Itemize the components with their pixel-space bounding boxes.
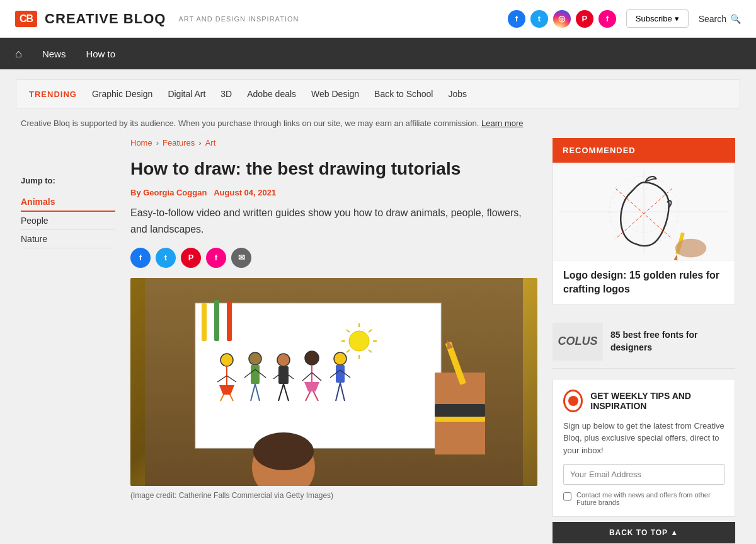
newsletter-checkbox-label: Contact me with news and offers from oth… [576,491,724,506]
article-meta: By Georgia Coggan August 04, 2021 [130,188,537,197]
breadcrumb-art[interactable]: Art [205,138,216,148]
subscribe-button[interactable]: Subscribe ▾ [626,9,689,28]
back-to-top-button[interactable]: BACK TO TOP ▲ [553,522,735,543]
share-facebook[interactable]: f [130,248,151,268]
jump-link-people[interactable]: People [21,212,115,230]
author-link[interactable]: Georgia Coggan [143,188,207,197]
newsletter-box: GET WEEKLY TIPS AND INSPIRATION Sign up … [553,379,735,518]
svg-rect-19 [278,366,289,384]
rec-main-title[interactable]: Logo design: 15 golden rules for craftin… [553,261,735,304]
newsletter-email-input[interactable] [563,464,724,485]
facebook-icon[interactable]: f [508,10,525,28]
article-image-svg [130,278,537,486]
nav-howto[interactable]: How to [86,49,115,59]
trending-label: TRENDING [29,90,77,99]
apple-sketch-svg [553,163,735,261]
svg-point-30 [334,352,346,365]
share-icons: f t P f ✉ [130,248,537,268]
rec-small-image-0: COLUS [553,323,603,361]
nav-news[interactable]: News [42,49,66,59]
learn-more-link[interactable]: Learn more [481,119,523,128]
nav-bar: ⌂ News How to [0,38,756,69]
breadcrumb-features[interactable]: Features [163,138,195,148]
header-left: CB CREATIVE BLOQ ART AND DESIGN INSPIRAT… [15,11,299,27]
svg-rect-2 [195,303,441,448]
article-content: Home › Features › Art How to draw: the b… [130,138,537,543]
newsletter-icon [563,390,583,412]
social-icons: f t ◎ P f [508,10,616,28]
newsletter-icon-inner [568,396,578,406]
svg-point-51 [253,432,314,470]
newsletter-description: Sign up below to get the latest from Cre… [563,420,724,457]
svg-rect-31 [336,365,345,383]
rec-small-title-0[interactable]: 85 best free fonts for designers [610,329,735,354]
trending-adobe-deals[interactable]: Adobe deals [247,89,296,99]
jump-link-nature[interactable]: Nature [21,230,115,248]
svg-rect-3 [202,303,207,341]
share-flipboard[interactable]: f [206,248,226,268]
trending-web-design[interactable]: Web Design [311,89,359,99]
image-caption: (Image credit: Catherine Falls Commercia… [130,491,537,500]
article-image [130,278,537,486]
rec-main-card[interactable]: Logo design: 15 golden rules for craftin… [553,163,735,305]
logo-box[interactable]: CB [15,11,37,27]
pinterest-icon[interactable]: P [576,10,593,28]
twitter-icon[interactable]: t [530,10,548,28]
rec-main-image [553,163,735,261]
article-date: August 04, 2021 [214,188,276,197]
breadcrumb: Home › Features › Art [130,138,537,148]
share-pinterest[interactable]: P [181,248,201,268]
share-twitter[interactable]: t [156,248,176,268]
svg-point-18 [277,354,290,366]
svg-rect-13 [251,365,260,384]
newsletter-top: GET WEEKLY TIPS AND INSPIRATION [563,390,724,412]
trending-back-to-school[interactable]: Back to School [374,89,433,99]
newsletter-checkbox[interactable]: Contact me with news and offers from oth… [563,491,724,506]
tagline: ART AND DESIGN INSPIRATION [178,15,299,23]
trending-bar: TRENDING Graphic Design Digital Art 3D A… [16,79,740,108]
svg-point-24 [305,351,319,365]
rec-small-card-0[interactable]: COLUS 85 best free fonts for designers [553,315,735,369]
jump-link-animals[interactable]: Animals [21,193,115,212]
trending-graphic-design[interactable]: Graphic Design [92,89,153,99]
instagram-icon[interactable]: ◎ [553,10,571,28]
search-icon: 🔍 [730,14,741,24]
svg-rect-47 [435,417,485,422]
recommended-sidebar: RECOMMENDED [553,138,735,543]
site-name: CREATIVE BLOQ [45,11,166,27]
trending-digital-art[interactable]: Digital Art [168,89,205,99]
trending-3d[interactable]: 3D [220,89,232,99]
search-button[interactable]: Search 🔍 [699,14,741,24]
newsletter-title: GET WEEKLY TIPS AND INSPIRATION [590,391,724,411]
breadcrumb-home[interactable]: Home [130,138,152,148]
newsletter-checkbox-input[interactable] [563,492,571,501]
home-nav-icon[interactable]: ⌂ [15,47,22,61]
svg-point-36 [349,331,369,351]
svg-point-12 [249,352,261,365]
sidebar: Jump to: Animals People Nature [21,138,115,543]
svg-rect-46 [435,404,485,417]
article-description: Easy-to-follow video and written guides … [130,205,537,237]
svg-rect-5 [227,302,232,341]
jump-to-label: Jump to: [21,176,115,185]
svg-rect-4 [214,300,219,341]
share-email[interactable]: ✉ [231,248,251,268]
article-title: How to draw: the best drawing tutorials [130,158,537,180]
affiliate-notice: Creative Bloq is supported by its audien… [16,119,740,128]
svg-point-61 [675,239,707,258]
recommended-header: RECOMMENDED [553,138,735,163]
flipboard-icon[interactable]: f [598,10,616,28]
header-right: f t ◎ P f Subscribe ▾ Search 🔍 [508,9,741,28]
svg-point-6 [220,354,233,366]
site-header: CB CREATIVE BLOQ ART AND DESIGN INSPIRAT… [0,0,756,38]
trending-jobs[interactable]: Jobs [448,89,467,99]
main-layout: Jump to: Animals People Nature Home › Fe… [16,138,740,543]
